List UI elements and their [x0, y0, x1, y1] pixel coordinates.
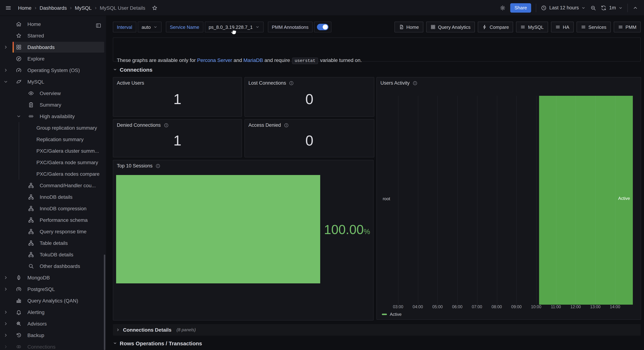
sidebar-item-group-replication-summary[interactable]: Group replication summary — [0, 122, 106, 134]
sidebar-scrollbar-thumb[interactable] — [104, 255, 105, 350]
sidebar-item-innodb-compression[interactable]: InnoDB compression — [0, 203, 106, 214]
sidebar-item-summary[interactable]: Summary — [0, 99, 106, 111]
panel-header[interactable]: Lost Connections — [248, 80, 294, 86]
nav-button-services[interactable]: Services — [576, 22, 611, 32]
info-icon[interactable] — [284, 123, 289, 128]
star-icon — [16, 33, 22, 38]
section-connections-details[interactable]: Connections Details (8 panels) — [113, 324, 641, 336]
section-title: Connections — [120, 66, 152, 73]
sidebar-item-label: Home — [28, 21, 41, 27]
time-range-picker[interactable]: Last 12 hours — [541, 5, 586, 11]
chevron-down-icon — [618, 5, 623, 10]
info-icon[interactable] — [164, 123, 168, 128]
pmm-annotations-control: PMM Annotations — [268, 22, 332, 32]
sidebar-item-replication-summary[interactable]: Replication summary — [0, 134, 106, 145]
breadcrumb-item-mysql[interactable]: MySQL — [75, 5, 92, 11]
breadcrumb: Home›Dashboards›MySQL›MySQL User Details — [18, 5, 145, 11]
state-timeline-plot[interactable]: Active — [392, 96, 633, 305]
sidebar-item-mongodb[interactable]: MongoDB — [0, 272, 106, 283]
info-icon[interactable] — [289, 80, 294, 86]
dashboard-settings-icon[interactable] — [500, 5, 505, 11]
panel-header[interactable]: Access Denied — [248, 122, 289, 128]
refresh-picker[interactable]: 1m — [601, 5, 623, 11]
section-connections[interactable]: Connections — [113, 66, 152, 73]
info-icon[interactable] — [156, 163, 160, 168]
sidebar-item-operating-system-os[interactable]: Operating System (OS) — [0, 64, 106, 76]
breadcrumb-item-mysql-user-details: MySQL User Details — [100, 5, 145, 11]
nav-button-label: MySQL — [528, 24, 544, 30]
service-name-select[interactable]: ps_8.0_3.19.228.7_1 — [205, 22, 264, 32]
sidebar-item-starred[interactable]: Starred — [0, 30, 106, 41]
time-range-label: Last 12 hours — [549, 5, 579, 10]
panel-header[interactable]: Active Users — [117, 80, 144, 86]
panel-header[interactable]: Top 10 Sessions — [117, 163, 160, 169]
nav-button-pmm[interactable]: PMM — [614, 22, 641, 32]
nav-button-query-analytics[interactable]: Query Analytics — [426, 22, 475, 32]
nav-button-mysql[interactable]: MySQL — [516, 22, 548, 32]
sidebar-item-other-dashboards[interactable]: Other dashboards — [0, 260, 106, 272]
percona-server-link[interactable]: Percona Server — [197, 57, 232, 63]
sidebar-item-pxc-galera-nodes-compare[interactable]: PXC/Galera nodes compare — [0, 168, 106, 180]
sidebar-item-label: Advisors — [28, 321, 47, 327]
panel-header[interactable]: Denied Connections — [117, 122, 168, 128]
menu-toggle-icon[interactable] — [5, 4, 12, 11]
x-tick-label: 11:00 — [547, 305, 565, 309]
pmm-annotations-toggle[interactable] — [314, 22, 331, 32]
panel-count-badge: (8 panels) — [176, 327, 196, 332]
sidebar-item-overview[interactable]: Overview — [0, 87, 106, 99]
sidebar-item-connections[interactable]: Connections — [0, 341, 106, 350]
sidebar-item-innodb-details[interactable]: InnoDB details — [0, 191, 106, 203]
nav-button-home[interactable]: Home — [394, 22, 423, 32]
leaf-icon — [16, 275, 22, 281]
gridline — [477, 96, 478, 305]
sidebar-item-explore[interactable]: Explore — [0, 53, 106, 64]
section-rows-operations[interactable]: Rows Operations / Transactions — [113, 339, 202, 347]
sidebar-item-home[interactable]: Home — [0, 18, 106, 30]
sidebar-item-advisors[interactable]: Advisors — [0, 318, 106, 330]
zoom-out-icon[interactable] — [590, 5, 596, 11]
breadcrumb-item-home[interactable]: Home — [18, 5, 32, 11]
interval-select[interactable]: auto — [138, 22, 162, 32]
sidebar-item-dashboards[interactable]: Dashboards — [0, 41, 106, 53]
chevright-icon — [3, 68, 8, 73]
info-icon[interactable] — [412, 80, 418, 86]
notice-text-segment: and require — [263, 57, 291, 63]
mariadb-link[interactable]: MariaDB — [244, 57, 263, 63]
sidebar-item-label: PostgreSQL — [28, 286, 55, 292]
sidebar-item-label: Query Analytics (QAN) — [28, 298, 78, 304]
panel-users-activity: Users Activity root Active 03:0004:0005:… — [376, 77, 641, 320]
sidebar-item-table-details[interactable]: Table details — [0, 237, 106, 249]
sidebar-item-postgresql[interactable]: PostgreSQL — [0, 283, 106, 295]
sitemap-icon — [28, 217, 34, 223]
sidebar-item-performance-schema[interactable]: Performance schema — [0, 214, 106, 226]
sidebar-item-tokudb-details[interactable]: TokuDB details — [0, 249, 106, 260]
sidebar-item-pxc-galera-cluster-summ[interactable]: PXC/Galera cluster summ... — [0, 145, 106, 157]
sidebar-items: HomeStarredDashboardsExploreOperating Sy… — [0, 18, 106, 350]
panel-top-10-sessions: Top 10 Sessions 100.00% — [113, 160, 374, 321]
sidebar-item-mysql[interactable]: MySQL — [0, 76, 106, 87]
sidebar-item-backup[interactable]: Backup — [0, 330, 106, 341]
nav-button-compare[interactable]: Compare — [478, 22, 513, 32]
nav-button-ha[interactable]: HA — [551, 22, 574, 32]
sidebar-item-high-availability[interactable]: High availability — [0, 111, 106, 122]
sidebar-item-query-response-time[interactable]: Query response time — [0, 226, 106, 237]
sidebar-item-query-analytics-qan[interactable]: Query Analytics (QAN) — [0, 295, 106, 306]
sidebar-item-label: Starred — [28, 33, 44, 38]
collapse-topbar-icon[interactable] — [632, 5, 638, 11]
nav-button-label: Query Analytics — [438, 24, 470, 30]
share-button[interactable]: Share — [510, 3, 531, 12]
chevron-down-icon — [113, 341, 117, 345]
x-tick-label: 12:00 — [567, 305, 585, 309]
grafana-pmm-app: Home›Dashboards›MySQL›MySQL User Details… — [0, 0, 644, 350]
sidebar-item-pxc-galera-node-summary[interactable]: PXC/Galera node summary — [0, 157, 106, 168]
sidebar-item-alerting[interactable]: Alerting — [0, 306, 106, 318]
legend-item-active[interactable]: Active — [382, 312, 402, 317]
panel-title: Users Activity — [380, 80, 410, 86]
panel-header[interactable]: Users Activity — [380, 80, 418, 86]
y-axis-row-label: root — [377, 196, 390, 201]
sidebar-item-command-handler-cou[interactable]: Command/Handler cou... — [0, 180, 106, 191]
dock-sidebar-icon[interactable] — [96, 23, 101, 28]
sitemap-icon — [28, 206, 34, 211]
breadcrumb-item-dashboards[interactable]: Dashboards — [40, 5, 67, 11]
star-dashboard-icon[interactable] — [152, 5, 158, 11]
